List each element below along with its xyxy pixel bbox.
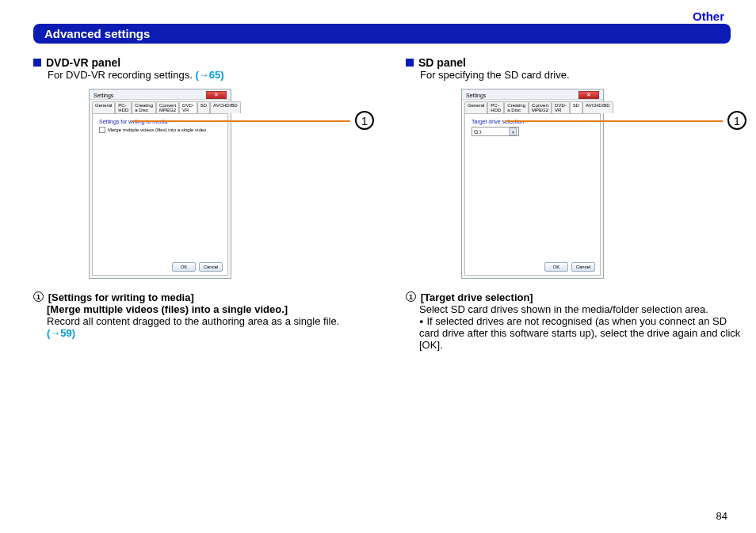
close-icon[interactable]: ✕ — [206, 91, 227, 99]
explain-body: Record all content dragged to the author… — [47, 315, 374, 327]
screenshot-dvdvr: Settings ✕ General PC-HDD Creating a Dis… — [89, 89, 231, 279]
tab-convert-mpeg2[interactable]: Convert MPEG2 — [529, 101, 552, 113]
merge-checkbox[interactable] — [99, 127, 105, 133]
panel-desc-dvdvr: For DVD-VR recording settings. (→65) — [48, 69, 374, 81]
explain-body: Select SD card drives shown in the media… — [419, 303, 746, 315]
explain-right: 1 [Target drive selection] Select SD car… — [406, 291, 746, 351]
merge-checkbox-label: Merge multiple videos (files) into a sin… — [108, 128, 208, 132]
cancel-button[interactable]: Cancel — [199, 262, 223, 272]
tab-pchdd[interactable]: PC-HDD — [115, 101, 132, 113]
dialog-title: Settings — [466, 93, 486, 98]
tab-general[interactable]: General — [464, 101, 487, 113]
explain-title-2: [Merge multiple videos (files) into a si… — [47, 303, 288, 315]
callout-line — [505, 120, 723, 122]
explain-title-1: [Target drive selection] — [421, 291, 533, 303]
dialog-body: Target drive selection G:\ ▾ OK Cancel — [464, 113, 601, 276]
tab-dvdvr[interactable]: DVD-VR — [179, 101, 197, 113]
explain-bullet: If selected drives are not recognised (a… — [419, 315, 746, 351]
drive-select-value: G:\ — [474, 129, 481, 135]
dialog-body: Settings for writing to media Merge mult… — [92, 113, 228, 276]
circle-1-icon: 1 — [406, 291, 416, 302]
ok-button[interactable]: OK — [544, 262, 568, 272]
screenshot-dvdvr-wrap: Settings ✕ General PC-HDD Creating a Dis… — [33, 89, 374, 287]
tab-convert-mpeg2[interactable]: Convert MPEG2 — [156, 101, 179, 113]
dialog-tabs: General PC-HDD Creating a Disc Convert M… — [462, 100, 603, 113]
tab-create-disc[interactable]: Creating a Disc — [504, 101, 529, 113]
dialog-tabs: General PC-HDD Creating a Disc Convert M… — [90, 100, 231, 113]
explain-title-1: [Settings for writing to media] — [48, 291, 194, 303]
bullet-square-icon — [406, 59, 414, 67]
tab-general[interactable]: General — [92, 101, 115, 113]
cancel-button[interactable]: Cancel — [571, 262, 595, 272]
tab-sd[interactable]: SD — [197, 101, 210, 113]
callout-1: 1 — [355, 111, 374, 130]
panel-title-dvdvr: DVD-VR panel — [46, 56, 120, 69]
explain-bullet-list: If selected drives are not recognised (a… — [419, 315, 746, 351]
explain-left: 1 [Settings for writing to media] [Merge… — [33, 291, 374, 339]
tab-avchdbd[interactable]: AVCHD/BD — [210, 101, 241, 113]
section-header: Advanced settings — [33, 24, 731, 44]
link-65[interactable]: (→65) — [195, 69, 223, 81]
tab-dvdvr[interactable]: DVD-VR — [552, 101, 570, 113]
bullet-square-icon — [33, 59, 41, 67]
right-column: SD panel For specifying the SD card driv… — [406, 56, 746, 351]
chevron-down-icon: ▾ — [509, 128, 517, 135]
callout-line — [132, 120, 350, 122]
tab-create-disc[interactable]: Creating a Disc — [132, 101, 156, 113]
close-icon[interactable]: ✕ — [578, 91, 599, 99]
category-label: Other — [693, 10, 724, 23]
desc-text: For DVD-VR recording settings. — [48, 69, 195, 81]
circle-1-icon: 1 — [33, 291, 44, 302]
link-59[interactable]: (→59) — [47, 327, 75, 339]
tab-pchdd[interactable]: PC-HDD — [487, 101, 504, 113]
page-number: 84 — [716, 510, 727, 522]
screenshot-sd-wrap: Settings ✕ General PC-HDD Creating a Dis… — [406, 89, 746, 287]
panel-title-sd: SD panel — [418, 56, 466, 69]
left-column: DVD-VR panel For DVD-VR recording settin… — [33, 56, 374, 351]
screenshot-sd: Settings ✕ General PC-HDD Creating a Dis… — [461, 89, 604, 279]
dialog-title: Settings — [94, 93, 113, 98]
tab-avchdbd[interactable]: AVCHD/BD — [582, 101, 613, 113]
callout-1: 1 — [727, 111, 746, 130]
tab-sd[interactable]: SD — [570, 101, 582, 113]
ok-button[interactable]: OK — [172, 262, 196, 272]
drive-select[interactable]: G:\ ▾ — [472, 127, 519, 136]
panel-desc-sd: For specifying the SD card drive. — [420, 69, 746, 81]
